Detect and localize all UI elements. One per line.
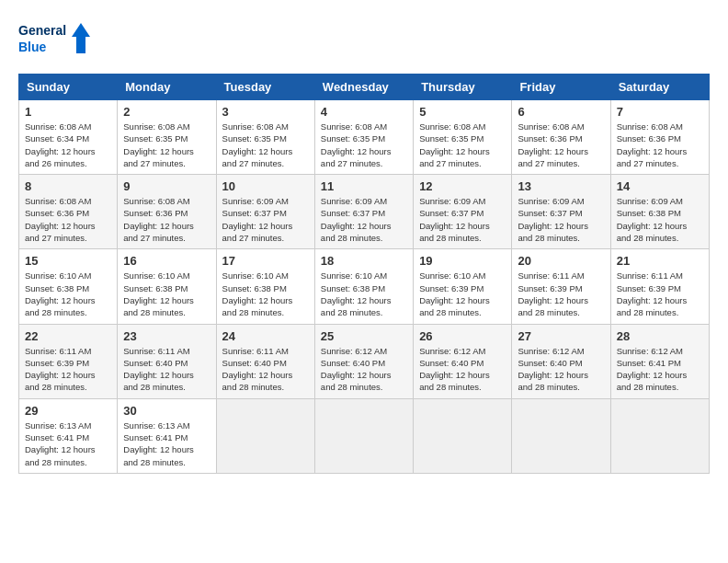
day-info: Sunrise: 6:11 AMSunset: 6:39 PMDaylight:… [25, 346, 96, 393]
day-info: Sunrise: 6:11 AMSunset: 6:40 PMDaylight:… [222, 346, 293, 393]
day-number: 23 [123, 329, 210, 343]
calendar-cell [610, 398, 709, 473]
calendar-cell: 7 Sunrise: 6:08 AMSunset: 6:36 PMDayligh… [610, 100, 709, 175]
day-info: Sunrise: 6:11 AMSunset: 6:39 PMDaylight:… [617, 270, 688, 317]
weekday-header-friday: Friday [512, 75, 610, 100]
day-number: 1 [25, 105, 111, 119]
day-number: 15 [25, 254, 111, 268]
day-number: 5 [419, 105, 506, 119]
calendar-cell: 17 Sunrise: 6:10 AMSunset: 6:38 PMDaylig… [216, 249, 314, 324]
day-number: 14 [617, 179, 703, 193]
day-info: Sunrise: 6:08 AMSunset: 6:36 PMDaylight:… [617, 121, 688, 168]
calendar-cell: 8 Sunrise: 6:08 AMSunset: 6:36 PMDayligh… [19, 175, 118, 249]
svg-marker-2 [72, 23, 90, 53]
calendar-cell: 1 Sunrise: 6:08 AMSunset: 6:34 PMDayligh… [19, 100, 118, 175]
calendar-week-row: 22 Sunrise: 6:11 AMSunset: 6:39 PMDaylig… [19, 324, 710, 398]
day-number: 20 [518, 254, 604, 268]
day-info: Sunrise: 6:08 AMSunset: 6:35 PMDaylight:… [123, 121, 194, 168]
day-info: Sunrise: 6:10 AMSunset: 6:38 PMDaylight:… [222, 270, 293, 317]
day-number: 28 [617, 329, 703, 343]
calendar-cell: 30 Sunrise: 6:13 AMSunset: 6:41 PMDaylig… [118, 398, 216, 473]
weekday-header-sunday: Sunday [19, 75, 118, 100]
day-number: 17 [222, 254, 309, 268]
day-number: 11 [321, 179, 407, 193]
day-number: 2 [123, 105, 210, 119]
day-info: Sunrise: 6:09 AMSunset: 6:37 PMDaylight:… [518, 196, 588, 243]
day-number: 16 [123, 254, 210, 268]
calendar-cell: 15 Sunrise: 6:10 AMSunset: 6:38 PMDaylig… [19, 249, 118, 324]
day-number: 12 [419, 179, 506, 193]
calendar-cell: 23 Sunrise: 6:11 AMSunset: 6:40 PMDaylig… [118, 324, 216, 398]
day-info: Sunrise: 6:08 AMSunset: 6:36 PMDaylight:… [123, 196, 194, 243]
day-info: Sunrise: 6:09 AMSunset: 6:37 PMDaylight:… [419, 196, 490, 243]
day-number: 9 [123, 179, 210, 193]
calendar-cell: 10 Sunrise: 6:09 AMSunset: 6:37 PMDaylig… [216, 175, 314, 249]
logo-svg: General Blue [18, 18, 92, 64]
calendar-cell [314, 398, 413, 473]
calendar-cell: 4 Sunrise: 6:08 AMSunset: 6:35 PMDayligh… [314, 100, 413, 175]
day-number: 6 [518, 105, 604, 119]
weekday-header-row: SundayMondayTuesdayWednesdayThursdayFrid… [19, 75, 710, 100]
day-info: Sunrise: 6:10 AMSunset: 6:39 PMDaylight:… [419, 270, 490, 317]
day-number: 29 [25, 404, 111, 418]
calendar-week-row: 29 Sunrise: 6:13 AMSunset: 6:41 PMDaylig… [19, 398, 710, 473]
calendar-cell [216, 398, 314, 473]
calendar-cell: 2 Sunrise: 6:08 AMSunset: 6:35 PMDayligh… [118, 100, 216, 175]
day-info: Sunrise: 6:10 AMSunset: 6:38 PMDaylight:… [123, 270, 194, 317]
calendar-cell [512, 398, 610, 473]
day-info: Sunrise: 6:09 AMSunset: 6:38 PMDaylight:… [617, 196, 688, 243]
svg-text:General: General [18, 23, 66, 38]
svg-text:Blue: Blue [18, 40, 47, 54]
day-number: 30 [123, 404, 210, 418]
day-info: Sunrise: 6:12 AMSunset: 6:40 PMDaylight:… [419, 346, 490, 393]
calendar-cell: 28 Sunrise: 6:12 AMSunset: 6:41 PMDaylig… [610, 324, 709, 398]
day-number: 25 [321, 329, 407, 343]
day-number: 26 [419, 329, 506, 343]
calendar-cell: 6 Sunrise: 6:08 AMSunset: 6:36 PMDayligh… [512, 100, 610, 175]
calendar-cell: 29 Sunrise: 6:13 AMSunset: 6:41 PMDaylig… [19, 398, 118, 473]
calendar-cell: 14 Sunrise: 6:09 AMSunset: 6:38 PMDaylig… [610, 175, 709, 249]
day-info: Sunrise: 6:12 AMSunset: 6:40 PMDaylight:… [321, 346, 392, 393]
calendar-week-row: 15 Sunrise: 6:10 AMSunset: 6:38 PMDaylig… [19, 249, 710, 324]
day-info: Sunrise: 6:12 AMSunset: 6:41 PMDaylight:… [617, 346, 688, 393]
logo: General Blue [18, 18, 92, 64]
day-info: Sunrise: 6:08 AMSunset: 6:36 PMDaylight:… [25, 196, 96, 243]
day-info: Sunrise: 6:13 AMSunset: 6:41 PMDaylight:… [123, 420, 194, 467]
calendar-cell: 5 Sunrise: 6:08 AMSunset: 6:35 PMDayligh… [414, 100, 512, 175]
calendar-cell: 12 Sunrise: 6:09 AMSunset: 6:37 PMDaylig… [414, 175, 512, 249]
calendar-cell: 26 Sunrise: 6:12 AMSunset: 6:40 PMDaylig… [414, 324, 512, 398]
calendar-cell: 3 Sunrise: 6:08 AMSunset: 6:35 PMDayligh… [216, 100, 314, 175]
day-info: Sunrise: 6:08 AMSunset: 6:36 PMDaylight:… [518, 121, 588, 168]
weekday-header-wednesday: Wednesday [314, 75, 413, 100]
day-number: 3 [222, 105, 309, 119]
calendar-cell: 11 Sunrise: 6:09 AMSunset: 6:37 PMDaylig… [314, 175, 413, 249]
day-info: Sunrise: 6:09 AMSunset: 6:37 PMDaylight:… [222, 196, 293, 243]
calendar-cell: 27 Sunrise: 6:12 AMSunset: 6:40 PMDaylig… [512, 324, 610, 398]
weekday-header-monday: Monday [118, 75, 216, 100]
day-number: 8 [25, 179, 111, 193]
day-number: 24 [222, 329, 309, 343]
day-info: Sunrise: 6:08 AMSunset: 6:35 PMDaylight:… [419, 121, 490, 168]
calendar-cell: 18 Sunrise: 6:10 AMSunset: 6:38 PMDaylig… [314, 249, 413, 324]
calendar-cell: 22 Sunrise: 6:11 AMSunset: 6:39 PMDaylig… [19, 324, 118, 398]
calendar-cell: 21 Sunrise: 6:11 AMSunset: 6:39 PMDaylig… [610, 249, 709, 324]
day-number: 21 [617, 254, 703, 268]
day-number: 22 [25, 329, 111, 343]
day-info: Sunrise: 6:13 AMSunset: 6:41 PMDaylight:… [25, 420, 96, 467]
day-number: 19 [419, 254, 506, 268]
calendar-cell: 16 Sunrise: 6:10 AMSunset: 6:38 PMDaylig… [118, 249, 216, 324]
day-info: Sunrise: 6:08 AMSunset: 6:35 PMDaylight:… [321, 121, 392, 168]
calendar-cell: 19 Sunrise: 6:10 AMSunset: 6:39 PMDaylig… [414, 249, 512, 324]
day-number: 13 [518, 179, 604, 193]
day-info: Sunrise: 6:10 AMSunset: 6:38 PMDaylight:… [321, 270, 392, 317]
weekday-header-saturday: Saturday [610, 75, 709, 100]
calendar-week-row: 8 Sunrise: 6:08 AMSunset: 6:36 PMDayligh… [19, 175, 710, 249]
calendar-cell: 25 Sunrise: 6:12 AMSunset: 6:40 PMDaylig… [314, 324, 413, 398]
calendar-cell: 13 Sunrise: 6:09 AMSunset: 6:37 PMDaylig… [512, 175, 610, 249]
day-info: Sunrise: 6:11 AMSunset: 6:39 PMDaylight:… [518, 270, 588, 317]
day-number: 4 [321, 105, 407, 119]
day-info: Sunrise: 6:09 AMSunset: 6:37 PMDaylight:… [321, 196, 392, 243]
day-info: Sunrise: 6:11 AMSunset: 6:40 PMDaylight:… [123, 346, 194, 393]
day-number: 18 [321, 254, 407, 268]
day-number: 7 [617, 105, 703, 119]
